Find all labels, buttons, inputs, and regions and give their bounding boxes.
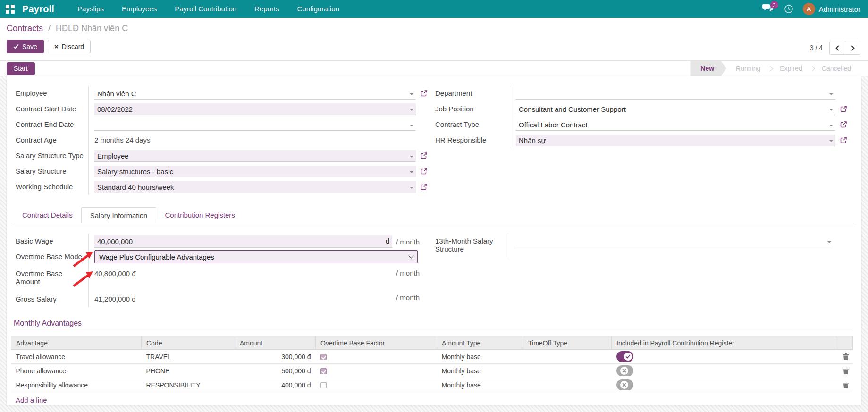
add-a-line-link[interactable]: Add a line bbox=[11, 392, 852, 408]
cell-advantage[interactable]: Phone allowance bbox=[11, 364, 142, 378]
overtime-base-amount-value: 40,800,000 đ bbox=[94, 268, 392, 277]
save-button[interactable]: Save bbox=[7, 40, 44, 53]
overtime-base-mode-select[interactable]: Wage Plus Configurable Advantages bbox=[94, 250, 418, 263]
tab-contribution-registers[interactable]: Contribution Registers bbox=[156, 207, 243, 223]
external-link-icon[interactable] bbox=[421, 152, 427, 159]
cell-amount-type[interactable]: Monthly base bbox=[437, 350, 523, 364]
external-link-icon[interactable] bbox=[840, 137, 847, 143]
cell-amount-type[interactable]: Monthly base bbox=[437, 364, 523, 378]
table-header-row: Advantage Code Amount Overtime Base Fact… bbox=[11, 336, 853, 350]
included-toggle-off[interactable] bbox=[616, 365, 633, 376]
cell-advantage[interactable]: Travel allowance bbox=[11, 350, 142, 364]
pager-previous-button[interactable] bbox=[830, 41, 845, 54]
messages-icon[interactable]: 3 bbox=[762, 4, 775, 14]
cell-timeoff-type[interactable] bbox=[523, 350, 612, 364]
status-step-new[interactable]: New bbox=[690, 61, 726, 76]
column-header-amount[interactable]: Amount bbox=[235, 336, 316, 350]
nav-item-payroll-contribution[interactable]: Payroll Contribution bbox=[166, 0, 245, 18]
advantage-row-responsibility[interactable]: Responsibility allowance RESPONSIBILITY … bbox=[11, 378, 853, 392]
field-label: Contract Start Date bbox=[14, 101, 88, 117]
column-header-overtime-base-factor[interactable]: Overtime Base Factor bbox=[316, 336, 437, 350]
chevron-down-icon bbox=[829, 109, 833, 113]
chevron-down-icon bbox=[408, 253, 413, 258]
nav-item-employees[interactable]: Employees bbox=[113, 0, 166, 18]
breadcrumb-contracts-link[interactable]: Contracts bbox=[7, 24, 43, 33]
field-label: Salary Structure bbox=[14, 164, 88, 179]
status-step-running[interactable]: Running bbox=[726, 61, 770, 76]
working-schedule-field[interactable]: Standard 40 hours/week bbox=[94, 181, 416, 193]
column-header-included[interactable]: Included in Payroll Contribution Registe… bbox=[612, 336, 838, 350]
field-row-employee: Employee Nhân viên C bbox=[14, 86, 438, 101]
hr-responsible-field[interactable]: Nhân sự bbox=[516, 135, 835, 146]
column-header-advantage[interactable]: Advantage bbox=[11, 336, 142, 350]
external-link-icon[interactable] bbox=[421, 184, 427, 190]
field-label: Job Position bbox=[433, 101, 510, 117]
field-row-hr-responsible: HR Responsible Nhân sự bbox=[433, 133, 861, 148]
overtime-base-factor-checkbox[interactable] bbox=[320, 354, 327, 360]
nav-item-payslips[interactable]: Payslips bbox=[68, 0, 113, 18]
status-step-expired[interactable]: Expired bbox=[770, 61, 811, 76]
contract-type-field[interactable]: Offical Labor Contract bbox=[516, 119, 835, 131]
overtime-base-factor-checkbox[interactable] bbox=[320, 382, 327, 388]
external-link-icon[interactable] bbox=[421, 168, 427, 175]
job-position-field[interactable]: Consultant and Customer Support bbox=[516, 103, 835, 115]
avatar: A bbox=[803, 3, 815, 15]
column-header-amount-type[interactable]: Amount Type bbox=[437, 336, 523, 350]
column-header-code[interactable]: Code bbox=[142, 336, 235, 350]
cell-code[interactable]: PHONE bbox=[142, 364, 235, 378]
divider bbox=[10, 332, 853, 332]
nav-item-reports[interactable]: Reports bbox=[245, 0, 288, 18]
control-panel: Contracts / HĐLĐ Nhân viên C Save × Disc… bbox=[0, 18, 868, 61]
contract-form-sheet: Employee Nhân viên C Contract Start Date… bbox=[7, 76, 861, 405]
included-toggle-off[interactable] bbox=[616, 379, 633, 390]
salary-structure-field[interactable]: Salary structures - basic bbox=[94, 166, 416, 177]
tab-salary-information[interactable]: Salary Information bbox=[81, 207, 157, 223]
app-brand[interactable]: Payroll bbox=[22, 4, 54, 15]
delete-row-button[interactable] bbox=[838, 364, 853, 378]
department-field[interactable] bbox=[516, 88, 835, 100]
cell-code[interactable]: RESPONSIBILITY bbox=[142, 378, 235, 392]
check-icon bbox=[13, 44, 19, 49]
discard-button[interactable]: × Discard bbox=[48, 40, 91, 53]
thirteenth-month-structure-field[interactable] bbox=[514, 235, 834, 247]
external-link-icon[interactable] bbox=[840, 121, 847, 128]
contract-end-date-field[interactable] bbox=[94, 119, 416, 131]
pager-next-button[interactable] bbox=[845, 41, 860, 54]
field-label: Contract End Date bbox=[14, 117, 88, 133]
cell-amount[interactable]: 300,000 đ bbox=[235, 350, 316, 364]
contract-start-date-field[interactable]: 08/02/2022 bbox=[94, 103, 416, 115]
user-menu[interactable]: A Administrator bbox=[803, 3, 860, 15]
chevron-down-icon bbox=[829, 93, 833, 97]
cell-timeoff-type[interactable] bbox=[523, 378, 612, 392]
activities-icon[interactable] bbox=[784, 4, 793, 14]
external-link-icon[interactable] bbox=[421, 90, 427, 97]
employee-field[interactable]: Nhân viên C bbox=[94, 88, 416, 100]
salary-structure-type-field[interactable]: Employee bbox=[94, 150, 416, 162]
cell-amount[interactable]: 500,000 đ bbox=[235, 364, 316, 378]
external-link-icon[interactable] bbox=[840, 106, 847, 112]
delete-row-button[interactable] bbox=[838, 350, 853, 364]
apps-menu-icon[interactable] bbox=[6, 5, 15, 14]
advantage-row-phone[interactable]: Phone allowance PHONE 500,000 đ Monthly … bbox=[11, 364, 853, 378]
message-count-badge: 3 bbox=[770, 1, 778, 9]
cell-amount[interactable]: 400,000 đ bbox=[235, 378, 316, 392]
cell-advantage[interactable]: Responsibility allowance bbox=[11, 378, 142, 392]
included-toggle-on[interactable] bbox=[616, 351, 633, 362]
chevron-down-icon bbox=[410, 187, 413, 191]
status-step-cancelled[interactable]: Cancelled bbox=[812, 61, 860, 76]
cell-code[interactable]: TRAVEL bbox=[142, 350, 235, 364]
nav-item-configuration[interactable]: Configuration bbox=[288, 0, 348, 18]
tab-contract-details[interactable]: Contract Details bbox=[14, 207, 81, 223]
cell-timeoff-type[interactable] bbox=[523, 364, 612, 378]
cell-amount-type[interactable]: Monthly base bbox=[437, 378, 523, 392]
advantage-row-travel[interactable]: Travel allowance TRAVEL 300,000 đ Monthl… bbox=[11, 350, 853, 364]
top-navbar: Payroll Payslips Employees Payroll Contr… bbox=[0, 0, 868, 18]
field-row-contract-type: Contract Type Offical Labor Contract bbox=[433, 117, 861, 133]
monthly-advantages-title: Monthly Advantages bbox=[14, 319, 82, 328]
overtime-base-factor-checkbox[interactable] bbox=[320, 368, 327, 374]
delete-row-button[interactable] bbox=[838, 378, 853, 392]
start-button[interactable]: Start bbox=[7, 62, 35, 75]
column-header-timeoff-type[interactable]: TimeOff Type bbox=[523, 336, 612, 350]
breadcrumb: Contracts / HĐLĐ Nhân viên C bbox=[7, 24, 860, 34]
basic-wage-input[interactable]: 40,000,000 đ bbox=[94, 235, 392, 248]
